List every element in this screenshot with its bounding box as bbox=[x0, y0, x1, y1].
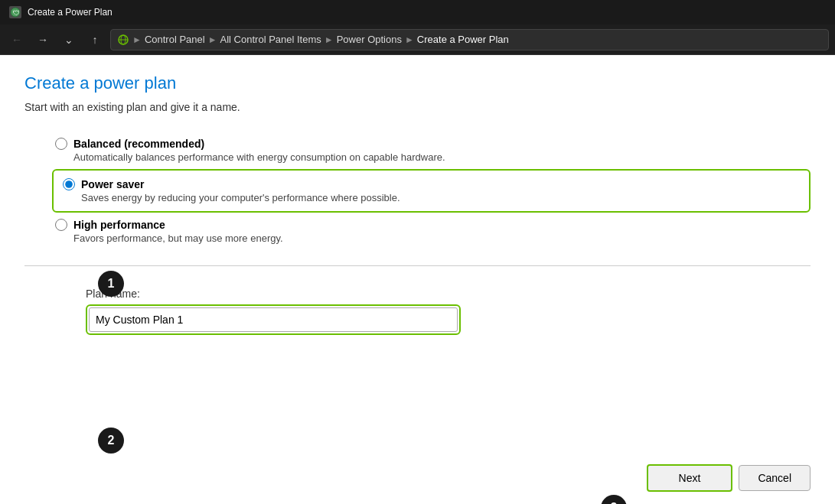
option-balanced-radio[interactable] bbox=[55, 138, 67, 150]
option-high-performance: High performance Favors performance, but… bbox=[55, 213, 811, 250]
plan-name-input[interactable] bbox=[89, 307, 458, 332]
path-sep-2: ► bbox=[325, 34, 334, 45]
option-balanced-desc: Automatically balances performance with … bbox=[73, 151, 811, 163]
option-power-saver-name: Power saver bbox=[81, 178, 145, 190]
path-sep-3: ► bbox=[405, 34, 414, 45]
back-button[interactable]: ← bbox=[6, 29, 28, 50]
address-bar: ← → ⌄ ↑ ► Control Panel ► All Control Pa… bbox=[0, 24, 835, 55]
path-power-options[interactable]: Power Options bbox=[337, 34, 402, 45]
address-path: ► Control Panel ► All Control Panel Item… bbox=[110, 29, 829, 50]
up-icon: ↑ bbox=[93, 34, 98, 46]
main-content: 1 2 3 Create a power plan Start with an … bbox=[0, 55, 835, 504]
step-indicator-2: 2 bbox=[98, 428, 124, 454]
path-sep-0: ► bbox=[132, 34, 142, 45]
option-high-performance-label[interactable]: High performance bbox=[55, 219, 811, 231]
options-area: Balanced (recommended) Automatically bal… bbox=[55, 132, 811, 250]
path-all-items[interactable]: All Control Panel Items bbox=[220, 34, 321, 45]
plan-name-label: Plan name: bbox=[86, 288, 811, 300]
dropdown-icon: ⌄ bbox=[64, 34, 73, 46]
section-divider bbox=[24, 265, 811, 266]
option-high-performance-name: High performance bbox=[73, 219, 165, 231]
next-button[interactable]: Next bbox=[647, 464, 733, 492]
back-icon: ← bbox=[11, 34, 22, 46]
cancel-button[interactable]: Cancel bbox=[739, 465, 811, 491]
forward-button[interactable]: → bbox=[32, 29, 54, 50]
option-power-saver-radio[interactable] bbox=[63, 178, 75, 190]
step-indicator-1: 1 bbox=[98, 271, 124, 297]
page-title: Create a power plan bbox=[24, 73, 811, 93]
path-current: Create a Power Plan bbox=[417, 34, 509, 45]
title-bar-text: Create a Power Plan bbox=[28, 7, 113, 18]
up-button[interactable]: ↑ bbox=[84, 29, 106, 50]
forward-icon: → bbox=[38, 34, 48, 46]
option-high-performance-desc: Favors performance, but may use more ene… bbox=[73, 232, 811, 244]
dropdown-button[interactable]: ⌄ bbox=[58, 29, 80, 50]
path-sep-1: ► bbox=[208, 34, 217, 45]
title-bar: 🛡 Create a Power Plan bbox=[0, 0, 835, 24]
option-power-saver-desc: Saves energy by reducing your computer's… bbox=[81, 192, 800, 203]
option-balanced-name: Balanced (recommended) bbox=[73, 138, 204, 150]
option-balanced-label[interactable]: Balanced (recommended) bbox=[55, 138, 811, 150]
option-high-performance-radio[interactable] bbox=[55, 219, 67, 231]
path-control-panel[interactable]: Control Panel bbox=[145, 34, 205, 45]
plan-name-input-wrapper bbox=[86, 304, 461, 335]
option-power-saver-label[interactable]: Power saver bbox=[63, 178, 800, 190]
globe-icon bbox=[117, 34, 129, 46]
svg-text:🛡: 🛡 bbox=[13, 9, 20, 17]
plan-name-section: Plan name: bbox=[86, 288, 811, 335]
option-balanced: Balanced (recommended) Automatically bal… bbox=[55, 132, 811, 169]
title-bar-icon: 🛡 bbox=[9, 6, 21, 18]
page-subtitle: Start with an existing plan and give it … bbox=[24, 101, 811, 113]
option-power-saver: Power saver Saves energy by reducing you… bbox=[52, 169, 811, 213]
bottom-bar: Next Cancel bbox=[0, 452, 835, 504]
